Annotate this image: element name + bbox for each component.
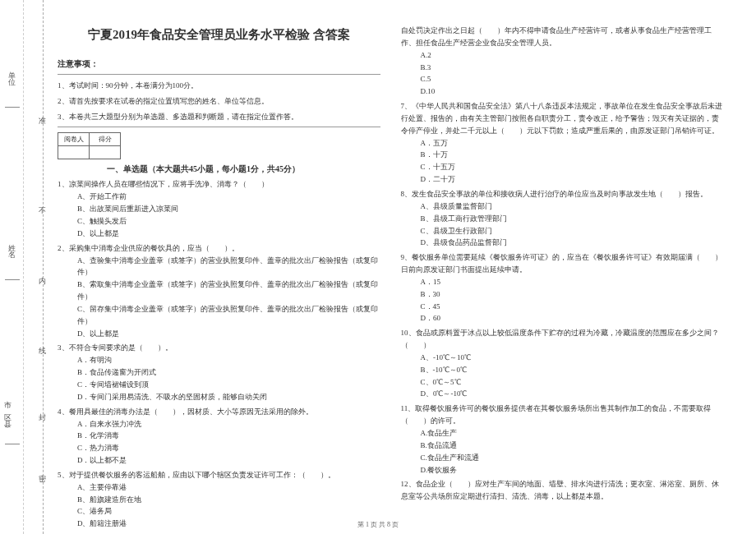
q1-c: C、触摸头发后 [77,215,380,228]
q8-c: C、县级卫生行政部门 [421,225,724,237]
q6-d: D.10 [421,85,724,98]
right-column: 自处罚决定作出之日起（ ）年内不得申请食品生产经营许可，或者从事食品生产经营管理… [401,25,724,534]
q4-a: A．自来水强力冲洗 [77,418,380,430]
q2-stem: 2、采购集中消毒企业供应的餐饮具的，应当（ ）。 [58,242,380,255]
q11-c: C.食品生产和流通 [421,452,724,464]
q2-c: C、留存集中消毒企业盖章（或签字）的营业执照复印件、盖章的批次出厂检验报告（或复… [77,303,380,328]
q7-b: B．十万 [421,149,724,161]
vlabel-name: 姓名 [7,238,17,251]
section-1-title: 一、单选题（本大题共45小题，每小题1分，共45分） [107,163,380,177]
q4-b: B．化学消毒 [77,430,380,442]
q8-a: A、县级质量监督部门 [421,200,724,213]
hline [5,279,20,280]
examiner-cell: 阅卷人 [58,132,90,145]
q5-c: C、港务局 [77,505,380,518]
q11-stem: 11、取得餐饮服务许可的餐饮服务提供者在其餐饮服务场所出售其制作加工的食品，不需… [401,403,724,427]
q1-b: B、出故菜间后重新进入凉菜间 [77,203,380,215]
q7-c: C．十五万 [421,161,724,173]
q7-a: A．五万 [421,137,724,150]
notice-1: 1、考试时间：90分钟，本卷满分为100分。 [58,80,380,92]
left-column: 宁夏2019年食品安全管理员业务水平检验 含答案 注意事项： 1、考试时间：90… [58,25,380,534]
vlabel-feng: 封 [37,407,48,414]
q5-stem: 5、对于提供餐饮服务的客运船舶，应由以下哪个辖区负责发证许可工作：（ ）。 [58,469,380,481]
vlabel-unit: 单位 [7,66,17,79]
page-footer: 第 1 页 共 8 页 [0,520,756,529]
q9-a: A．15 [421,276,724,288]
q9-stem: 9、餐饮服务单位需要延续《餐饮服务许可证》的，应当在《餐饮服务许可证》有效期届满… [401,251,724,276]
vlabel-xian: 线 [37,341,48,348]
vlabel-mi: 密 [37,468,48,475]
divider [58,74,380,75]
q7-stem: 7、《中华人民共和国食品安全法》第八十八条违反本法规定，事故单位在发生食品安全事… [401,100,724,137]
notice-2: 2、请首先按要求在试卷的指定位置填写您的姓名、单位等信息。 [58,95,380,108]
q11-a: A.食品生产 [421,427,724,440]
q3-a: A．有明沟 [77,354,380,366]
q9-c: C．45 [421,301,724,313]
dash-line-2 [23,0,24,534]
q1-stem: 1、凉菜间操作人员在哪些情况下，应将手洗净、消毒？（ ） [58,178,380,191]
vlabel-bu: 不 [37,201,48,208]
q3-stem: 3、不符合专间要求的是（ ）。 [58,342,380,354]
q1-d: D、以上都是 [77,228,380,240]
vlabel-city: 市（区县） [2,394,13,427]
q8-stem: 8、发生食品安全事故的单位和接收病人进行治疗的单位应当及时向事故发生地（ ）报告… [401,188,724,200]
q4-d: D．以上都不是 [77,454,380,467]
hline [5,107,20,108]
dash-line [43,0,44,534]
q9-d: D．60 [421,312,724,325]
q4-c: C．热力消毒 [77,442,380,454]
q8-d: D、县级食品药品监督部门 [421,237,724,249]
q6-a: A.2 [421,49,724,62]
empty-cell [58,145,90,159]
q2-d: D、以上都是 [77,328,380,340]
score-table: 阅卷人 得分 [58,132,121,159]
q8-b: B、县级工商行政管理部门 [421,213,724,225]
binding-margin: 单位 准 不 姓名 内 线 封 市（区县） 密 [0,0,58,534]
vlabel-nei: 内 [37,271,48,278]
q12-stem: 12、食品企业（ ）应对生产车间的地面、墙壁、排水沟进行清洗；更衣室、淋浴室、厕… [401,478,724,503]
q10-b: B、-10℃～0℃ [421,364,724,376]
q10-c: C、0℃～5℃ [421,376,724,389]
q6-c: C.5 [421,73,724,85]
q10-d: D、0℃～-10℃ [421,388,724,400]
q3-d: D．专间门采用易清洗、不吸水的坚固材质，能够自动关闭 [77,391,380,403]
q7-d: D．二十万 [421,173,724,186]
notice-label: 注意事项： [58,58,380,71]
q9-b: B．30 [421,288,724,301]
q6-cont: 自处罚决定作出之日起（ ）年内不得申请食品生产经营许可，或者从事食品生产经营管理… [401,25,724,49]
vlabel-zhun: 准 [37,111,48,117]
q11-d: D.餐饮服务 [421,464,724,476]
q4-stem: 4、餐用具最佳的消毒办法是（ ），因材质、大小等原因无法采用的除外。 [58,406,380,418]
q3-b: B．食品传递窗为开闭式 [77,366,380,379]
hline [5,444,20,444]
notice-3: 3、本卷共三大题型分别为单选题、多选题和判断题，请在指定位置作答。 [58,111,380,123]
q3-c: C．专间墙裙铺设到顶 [77,379,380,391]
empty-cell [90,145,121,159]
q1-a: A、开始工作前 [77,191,380,203]
q5-b: B、船旗建造所在地 [77,494,380,506]
q11-b: B.食品流通 [421,440,724,452]
score-cell: 得分 [90,132,121,145]
q5-a: A、主要停靠港 [77,481,380,494]
q2-a: A、查验集中消毒企业盖章（或签字）的营业执照复印件、盖章的批次出厂检验报告（或复… [77,255,380,279]
q10-stem: 10、食品或原料置于冰点以上较低温度条件下贮存的过程为冷藏，冷藏温度的范围应在多… [401,327,724,352]
exam-title: 宁夏2019年食品安全管理员业务水平检验 含答案 [58,25,380,45]
q10-a: A、-10℃～10℃ [421,352,724,364]
q6-b: B.3 [421,62,724,74]
q2-b: B、索取集中消毒企业盖章（或签字）的营业执照复印件、盖章的批次出厂检验报告（或复… [77,279,380,303]
divider [58,127,380,127]
page-content: 宁夏2019年食品安全管理员业务水平检验 含答案 注意事项： 1、考试时间：90… [0,0,756,534]
